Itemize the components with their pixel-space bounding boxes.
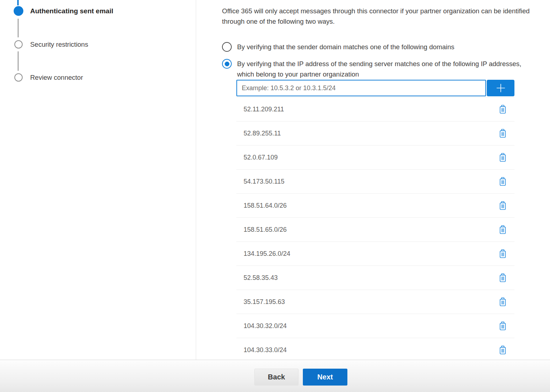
sidebar-content-divider — [196, 0, 196, 360]
ip-address-input[interactable] — [236, 80, 486, 96]
ip-value: 158.51.65.0/26 — [244, 226, 287, 234]
trash-icon — [499, 345, 507, 355]
delete-ip-button[interactable] — [498, 104, 507, 114]
ip-value: 104.30.33.0/24 — [244, 346, 287, 354]
ip-value: 54.173.50.115 — [244, 178, 285, 185]
delete-ip-button[interactable] — [498, 249, 507, 259]
delete-ip-button[interactable] — [498, 225, 507, 235]
ip-list-item: 52.0.67.109 — [236, 146, 514, 170]
step-upcoming-circle — [14, 73, 23, 82]
radio-option-label[interactable]: By verifying that the sender domain matc… — [237, 42, 454, 52]
delete-ip-button[interactable] — [498, 297, 507, 307]
ip-list-item: 104.30.32.0/24 — [236, 314, 514, 338]
ip-value: 35.157.195.63 — [244, 298, 285, 306]
stepper-connector-line — [18, 19, 19, 37]
step-current-circle — [14, 6, 23, 16]
trash-icon — [499, 129, 507, 138]
delete-ip-button[interactable] — [498, 176, 507, 186]
delete-ip-button[interactable] — [498, 152, 507, 162]
connector-wizard-page: Authenticating sent email Security restr… — [0, 0, 550, 392]
stepper-connector-line — [18, 51, 19, 71]
ip-value: 52.58.35.43 — [244, 274, 278, 282]
delete-ip-button[interactable] — [498, 200, 507, 211]
trash-icon — [499, 153, 507, 162]
ip-value: 104.30.32.0/24 — [244, 322, 287, 330]
ip-list-item: 158.51.64.0/26 — [236, 194, 514, 218]
ip-value: 52.89.255.11 — [244, 130, 281, 137]
step-security-restrictions: Security restrictions — [30, 41, 88, 49]
trash-icon — [499, 201, 507, 210]
trash-icon — [499, 225, 507, 234]
stepper-progress-line — [17, 0, 19, 5]
radio-option-sender-domain[interactable]: By verifying that the sender domain matc… — [222, 42, 454, 52]
ip-value: 134.195.26.0/24 — [244, 250, 290, 258]
next-button[interactable]: Next — [303, 369, 347, 386]
delete-ip-button[interactable] — [498, 345, 507, 355]
step-review-connector: Review connector — [30, 74, 83, 82]
trash-icon — [499, 177, 507, 186]
wizard-footer: Back Next — [0, 360, 550, 392]
trash-icon — [499, 273, 507, 282]
delete-ip-button[interactable] — [498, 321, 507, 331]
trash-icon — [499, 321, 507, 331]
add-ip-button[interactable] — [487, 80, 514, 96]
ip-value: 52.0.67.109 — [244, 154, 278, 161]
wizard-stepper: Authenticating sent email Security restr… — [0, 0, 196, 360]
trash-icon — [499, 105, 507, 114]
page-description: Office 365 will only accept messages thr… — [222, 6, 550, 27]
step-upcoming-circle — [14, 40, 23, 49]
delete-ip-button[interactable] — [498, 273, 507, 283]
radio-unselected-icon[interactable] — [222, 42, 232, 52]
ip-value: 158.51.64.0/26 — [244, 202, 287, 209]
trash-icon — [499, 249, 507, 258]
step-authenticating-sent-email: Authenticating sent email — [30, 7, 113, 15]
radio-option-ip-address[interactable]: By verifying that the IP address of the … — [222, 59, 535, 79]
ip-list-item: 52.89.255.11 — [236, 121, 514, 146]
ip-list-item: 35.157.195.63 — [236, 290, 514, 314]
radio-option-label[interactable]: By verifying that the IP address of the … — [237, 59, 535, 79]
ip-list-item: 104.30.33.0/24 — [236, 338, 514, 362]
ip-list: 52.11.209.211 52.89.255.11 52.0.67.109 — [236, 97, 514, 362]
ip-list-item: 54.173.50.115 — [236, 170, 514, 194]
trash-icon — [499, 297, 507, 306]
delete-ip-button[interactable] — [498, 128, 507, 138]
back-button[interactable]: Back — [254, 369, 299, 386]
radio-selected-icon[interactable] — [222, 59, 232, 69]
ip-list-item: 52.11.209.211 — [236, 97, 514, 121]
ip-value: 52.11.209.211 — [244, 106, 284, 113]
ip-list-item: 158.51.65.0/26 — [236, 218, 514, 242]
ip-list-item: 134.195.26.0/24 — [236, 242, 514, 266]
ip-list-item: 52.58.35.43 — [236, 266, 514, 290]
plus-icon — [495, 83, 506, 93]
